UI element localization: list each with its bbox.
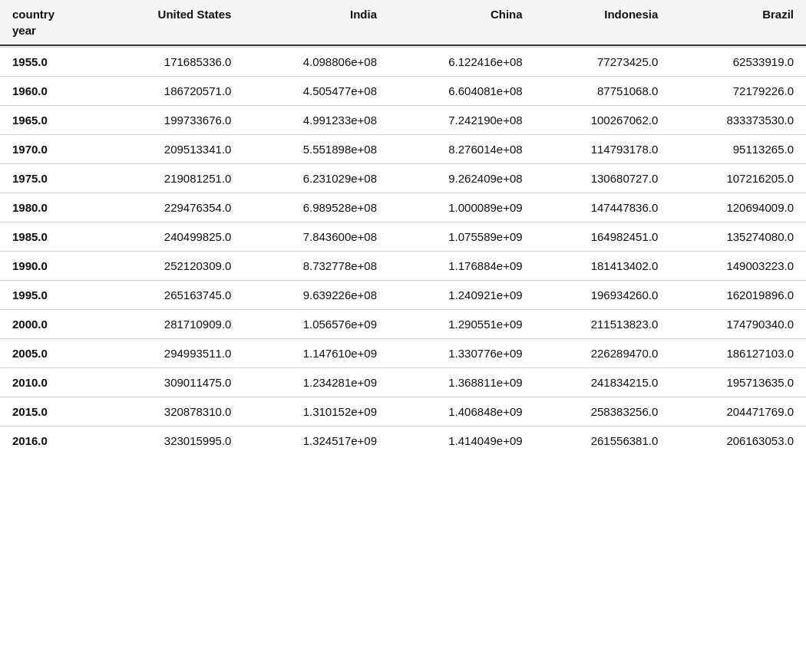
data-cell: 241834215.0 [535,367,671,397]
data-cell: 147447836.0 [535,193,671,222]
data-cell: 211513823.0 [535,309,671,338]
year-cell: 2005.0 [0,338,99,367]
data-cell: 1.290551e+09 [389,309,535,338]
data-cell: 219081251.0 [99,163,244,193]
col-us-header: United States [99,0,244,22]
data-cell: 4.505477e+08 [243,76,389,105]
data-cell: 1.147610e+09 [243,338,389,367]
data-cell: 95113265.0 [670,134,806,163]
year-cell: 1965.0 [0,105,99,134]
year-cell: 1960.0 [0,76,99,105]
table-row: 1985.0240499825.07.843600e+081.075589e+0… [0,222,806,251]
year-cell: 1980.0 [0,193,99,222]
year-cell: 2000.0 [0,309,99,338]
data-cell: 1.056576e+09 [243,309,389,338]
data-cell: 1.324517e+09 [243,426,389,455]
data-table: country United States India China Indone… [0,0,806,455]
data-cell: 320878310.0 [99,397,244,426]
year-cell: 1995.0 [0,280,99,309]
data-cell: 130680727.0 [535,163,671,193]
data-cell: 1.234281e+09 [243,367,389,397]
data-cell: 258383256.0 [535,397,671,426]
data-cell: 196934260.0 [535,280,671,309]
table-row: 1995.0265163745.09.639226e+081.240921e+0… [0,280,806,309]
data-cell: 294993511.0 [99,338,244,367]
data-cell: 7.843600e+08 [243,222,389,251]
data-cell: 5.551898e+08 [243,134,389,163]
data-cell: 199733676.0 [99,105,244,134]
data-cell: 1.406848e+09 [389,397,535,426]
year-cell: 2015.0 [0,397,99,426]
data-cell: 309011475.0 [99,367,244,397]
data-cell: 4.098806e+08 [243,47,389,76]
col-brazil-header: Brazil [670,0,806,22]
data-cell: 265163745.0 [99,280,244,309]
data-cell: 120694009.0 [670,193,806,222]
table-row: 1975.0219081251.06.231029e+089.262409e+0… [0,163,806,193]
data-cell: 229476354.0 [99,193,244,222]
data-cell: 181413402.0 [535,251,671,280]
data-cell: 87751068.0 [535,76,671,105]
data-cell: 107216205.0 [670,163,806,193]
data-cell: 6.122416e+08 [389,47,535,76]
data-cell: 9.262409e+08 [389,163,535,193]
year-cell: 1985.0 [0,222,99,251]
data-cell: 226289470.0 [535,338,671,367]
data-cell: 833373530.0 [670,105,806,134]
year-cell: 2016.0 [0,426,99,455]
year-cell: 2010.0 [0,367,99,397]
data-cell: 186720571.0 [99,76,244,105]
table-body: 1955.0171685336.04.098806e+086.122416e+0… [0,47,806,455]
data-cell: 114793178.0 [535,134,671,163]
header-row-2: year [0,22,806,45]
data-cell: 4.991233e+08 [243,105,389,134]
data-cell: 100267062.0 [535,105,671,134]
table-row: 2005.0294993511.01.147610e+091.330776e+0… [0,338,806,367]
data-cell: 162019896.0 [670,280,806,309]
col-year-header: year [0,22,99,45]
col-china-header: China [389,0,535,22]
table-row: 1970.0209513341.05.551898e+088.276014e+0… [0,134,806,163]
header-row-1: country United States India China Indone… [0,0,806,22]
data-cell: 206163053.0 [670,426,806,455]
data-cell: 62533919.0 [670,47,806,76]
data-cell: 7.242190e+08 [389,105,535,134]
data-cell: 261556381.0 [535,426,671,455]
table-row: 1980.0229476354.06.989528e+081.000089e+0… [0,193,806,222]
data-cell: 1.075589e+09 [389,222,535,251]
data-cell: 6.989528e+08 [243,193,389,222]
table-row: 1990.0252120309.08.732778e+081.176884e+0… [0,251,806,280]
data-cell: 8.732778e+08 [243,251,389,280]
data-cell: 281710909.0 [99,309,244,338]
col-country-header: country [0,0,99,22]
table-row: 1955.0171685336.04.098806e+086.122416e+0… [0,47,806,76]
table-container: country United States India China Indone… [0,0,806,672]
data-cell: 6.604081e+08 [389,76,535,105]
year-cell: 1990.0 [0,251,99,280]
data-cell: 195713635.0 [670,367,806,397]
data-cell: 1.000089e+09 [389,193,535,222]
col-indonesia-header: Indonesia [535,0,671,22]
data-cell: 77273425.0 [535,47,671,76]
data-cell: 252120309.0 [99,251,244,280]
data-cell: 1.368811e+09 [389,367,535,397]
table-row: 2016.0323015995.01.324517e+091.414049e+0… [0,426,806,455]
data-cell: 164982451.0 [535,222,671,251]
data-cell: 72179226.0 [670,76,806,105]
data-cell: 6.231029e+08 [243,163,389,193]
data-cell: 135274080.0 [670,222,806,251]
table-row: 2010.0309011475.01.234281e+091.368811e+0… [0,367,806,397]
data-cell: 209513341.0 [99,134,244,163]
table-row: 1965.0199733676.04.991233e+087.242190e+0… [0,105,806,134]
col-india-header: India [243,0,389,22]
year-cell: 1970.0 [0,134,99,163]
data-cell: 1.176884e+09 [389,251,535,280]
data-cell: 8.276014e+08 [389,134,535,163]
data-cell: 1.414049e+09 [389,426,535,455]
table-row: 1960.0186720571.04.505477e+086.604081e+0… [0,76,806,105]
year-cell: 1975.0 [0,163,99,193]
data-cell: 149003223.0 [670,251,806,280]
data-cell: 240499825.0 [99,222,244,251]
table-row: 2000.0281710909.01.056576e+091.290551e+0… [0,309,806,338]
data-cell: 171685336.0 [99,47,244,76]
